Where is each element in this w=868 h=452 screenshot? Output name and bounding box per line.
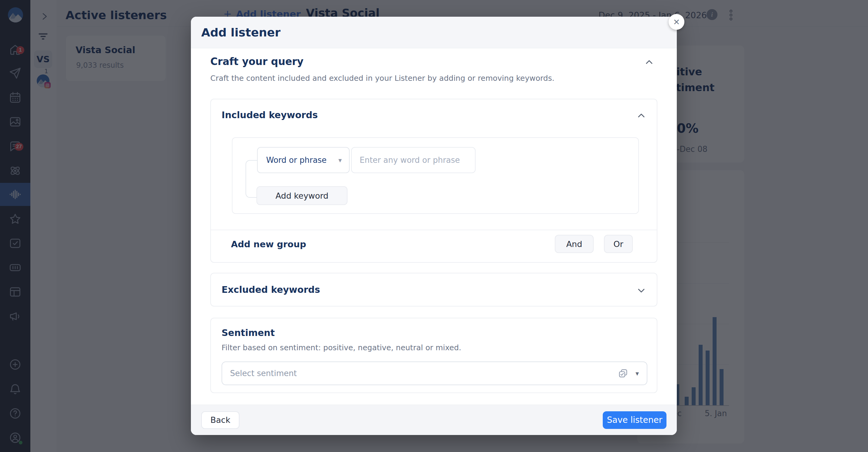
excluded-keywords-card[interactable]: Excluded keywords <box>210 273 657 307</box>
keyword-type-value: Word or phrase <box>266 156 327 165</box>
sentiment-heading: Sentiment <box>222 328 275 338</box>
add-keyword-button[interactable]: Add keyword <box>256 186 347 205</box>
collapse-included-chevron-up-icon[interactable] <box>636 110 647 121</box>
included-keywords-card: Included keywords Word or phrase ▾ Add k… <box>210 99 657 263</box>
modal-header: Add listener <box>191 17 677 48</box>
close-modal-icon[interactable]: ✕ <box>669 14 684 30</box>
sentiment-select-placeholder: Select sentiment <box>230 369 618 378</box>
select-all-icon[interactable] <box>618 368 628 378</box>
collapse-query-chevron-up-icon[interactable] <box>644 57 655 68</box>
excluded-keywords-heading: Excluded keywords <box>222 284 320 295</box>
or-operator-button[interactable]: Or <box>604 235 633 253</box>
back-button[interactable]: Back <box>201 411 240 429</box>
modal-layer: Add listener Craft your query Craft the … <box>0 0 868 452</box>
sentiment-select-caret-icon: ▾ <box>636 370 639 377</box>
add-listener-modal: Add listener Craft your query Craft the … <box>191 17 677 435</box>
and-operator-button[interactable]: And <box>555 235 594 253</box>
included-card-divider <box>211 230 657 230</box>
query-section-description: Craft the content included and excluded … <box>210 74 555 83</box>
modal-title: Add listener <box>201 26 280 39</box>
keyword-type-select[interactable]: Word or phrase ▾ <box>257 147 350 173</box>
included-keywords-heading: Included keywords <box>222 110 318 120</box>
keyword-group-connector <box>246 160 258 198</box>
keyword-input[interactable] <box>351 147 475 173</box>
expand-excluded-chevron-down-icon[interactable] <box>636 285 647 296</box>
app-window: 1 27 <box>0 0 868 452</box>
save-listener-button[interactable]: Save listener <box>603 411 666 429</box>
query-section-heading: Craft your query <box>210 56 304 67</box>
sentiment-card: Sentiment Filter based on sentiment: pos… <box>210 318 657 393</box>
modal-footer: Back Save listener <box>191 405 677 435</box>
sentiment-select[interactable]: Select sentiment ▾ <box>222 362 647 385</box>
keyword-type-caret-icon: ▾ <box>338 157 342 164</box>
add-new-group-button[interactable]: Add new group <box>231 239 306 249</box>
sentiment-description: Filter based on sentiment: positive, neg… <box>222 343 461 352</box>
